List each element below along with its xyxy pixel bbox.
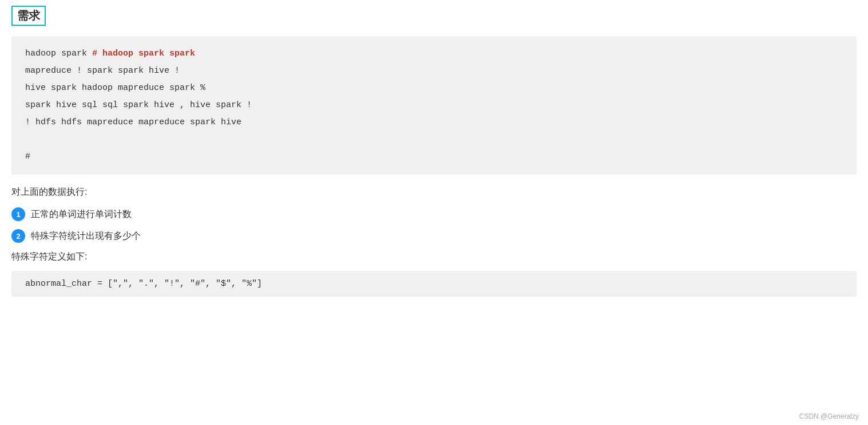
list-label-2: 特殊字符统计出现有多少个 xyxy=(31,230,141,242)
special-char-code: abnormal_char = [",", ".", "!", "#", "$"… xyxy=(25,279,262,289)
special-char-code-block: abnormal_char = [",", ".", "!", "#", "$"… xyxy=(11,271,857,297)
special-char-title: 特殊字符定义如下: xyxy=(11,251,857,263)
list-number-2: 2 xyxy=(11,229,25,243)
code-line-7: # xyxy=(25,148,843,166)
code-line-5: ! hdfs hdfs mapreduce mapreduce spark hi… xyxy=(25,114,843,131)
code-line-4: spark hive sql sql spark hive , hive spa… xyxy=(25,97,843,114)
code-line-2: mapreduce ! spark spark hive ! xyxy=(25,62,843,80)
code-line-6 xyxy=(25,131,843,148)
list-item-1: 1 正常的单词进行单词计数 xyxy=(11,207,857,221)
description-text: 对上面的数据执行: xyxy=(11,186,857,198)
list-label-1: 正常的单词进行单词计数 xyxy=(31,208,132,221)
code-block: hadoop spark # hadoop spark spark mapred… xyxy=(11,36,857,175)
code-line-3: hive spark hadoop mapreduce spark % xyxy=(25,80,843,97)
list-number-1: 1 xyxy=(11,207,25,221)
list-item-2: 2 特殊字符统计出现有多少个 xyxy=(11,229,857,243)
watermark: CSDN @Generalzy xyxy=(799,412,859,420)
page-title: 需求 xyxy=(11,6,46,26)
code-line-1: hadoop spark # hadoop spark spark xyxy=(25,45,843,62)
